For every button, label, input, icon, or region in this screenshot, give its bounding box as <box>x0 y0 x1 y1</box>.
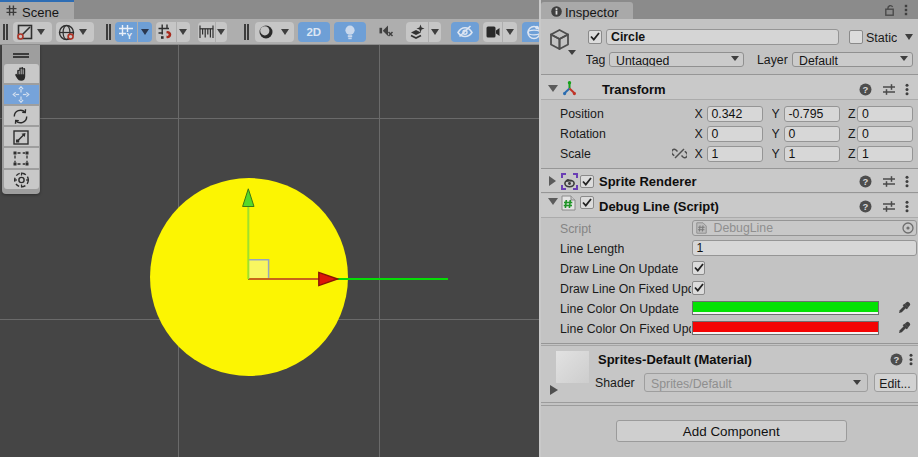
svg-text:?: ? <box>863 175 869 186</box>
svg-text:Y: Y <box>127 31 133 41</box>
svg-text:?: ? <box>863 84 869 95</box>
svg-text:?: ? <box>863 200 869 211</box>
svg-text:?: ? <box>894 353 900 364</box>
